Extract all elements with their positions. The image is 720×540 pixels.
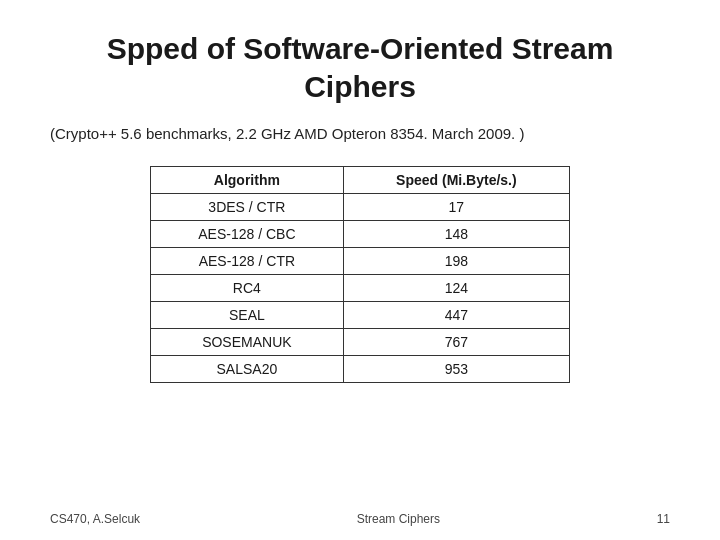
- subtitle: (Crypto++ 5.6 benchmarks, 2.2 GHz AMD Op…: [50, 123, 670, 146]
- cell-algorithm: RC4: [151, 274, 344, 301]
- title-line1: Spped of Software-Oriented Stream: [107, 32, 614, 65]
- cell-speed: 17: [343, 193, 569, 220]
- cell-speed: 124: [343, 274, 569, 301]
- footer: CS470, A.Selcuk Stream Ciphers 11: [0, 512, 720, 526]
- slide-container: Spped of Software-Oriented Stream Cipher…: [0, 0, 720, 540]
- benchmarks-table: Algorithm Speed (Mi.Byte/s.) 3DES / CTR1…: [150, 166, 570, 383]
- col-algorithm: Algorithm: [151, 166, 344, 193]
- footer-center: Stream Ciphers: [357, 512, 440, 526]
- title-section: Spped of Software-Oriented Stream Cipher…: [50, 30, 670, 105]
- table-wrapper: Algorithm Speed (Mi.Byte/s.) 3DES / CTR1…: [50, 166, 670, 383]
- cell-algorithm: 3DES / CTR: [151, 193, 344, 220]
- table-row: SEAL447: [151, 301, 570, 328]
- footer-left: CS470, A.Selcuk: [50, 512, 140, 526]
- cell-algorithm: AES-128 / CBC: [151, 220, 344, 247]
- cell-algorithm: SOSEMANUK: [151, 328, 344, 355]
- cell-speed: 953: [343, 355, 569, 382]
- footer-right: 11: [657, 512, 670, 526]
- title-line2: Ciphers: [304, 70, 416, 103]
- cell-algorithm: SEAL: [151, 301, 344, 328]
- slide-title: Spped of Software-Oriented Stream Cipher…: [50, 30, 670, 105]
- cell-speed: 767: [343, 328, 569, 355]
- table-row: 3DES / CTR17: [151, 193, 570, 220]
- table-row: AES-128 / CBC148: [151, 220, 570, 247]
- cell-speed: 447: [343, 301, 569, 328]
- cell-speed: 148: [343, 220, 569, 247]
- table-header-row: Algorithm Speed (Mi.Byte/s.): [151, 166, 570, 193]
- table-row: SALSA20953: [151, 355, 570, 382]
- table-row: RC4124: [151, 274, 570, 301]
- table-row: AES-128 / CTR198: [151, 247, 570, 274]
- cell-speed: 198: [343, 247, 569, 274]
- col-speed: Speed (Mi.Byte/s.): [343, 166, 569, 193]
- table-row: SOSEMANUK767: [151, 328, 570, 355]
- cell-algorithm: AES-128 / CTR: [151, 247, 344, 274]
- cell-algorithm: SALSA20: [151, 355, 344, 382]
